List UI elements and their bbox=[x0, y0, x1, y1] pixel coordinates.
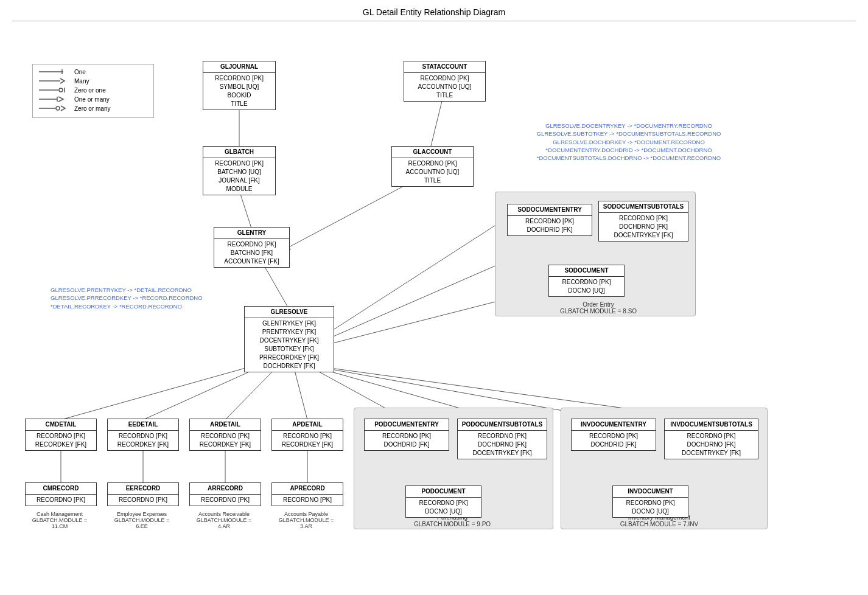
entity-ardetail: ARDETAIL RECORDNO [PK]RECORDKEY [FK] bbox=[189, 419, 261, 451]
svg-line-5 bbox=[264, 265, 288, 307]
legend-one-many: One or many bbox=[39, 96, 147, 103]
legend-box: One Many Zero or one One or many Zero or… bbox=[32, 64, 154, 118]
entity-podocument: PODOCUMENT RECORDNO [PK]DOCNO [UQ] bbox=[405, 485, 481, 518]
legend-zero-one: Zero or one bbox=[39, 86, 147, 94]
cm-label: Cash ManagementGLBATCH.MODULE =11.CM bbox=[20, 511, 99, 529]
diagram-area: One Many Zero or one One or many Zero or… bbox=[14, 27, 854, 587]
annotation-top-right: GLRESOLVE.DOCENTRYKEY -> *DOCUMENTRY.REC… bbox=[507, 122, 751, 162]
entity-invdocumentsubtotals: INVDOCUMENTSUBTOTALS RECORDNO [PK]DOCHDR… bbox=[664, 419, 758, 459]
entity-glentry: GLENTRY RECORDNO [PK]BATCHNO [FK]ACCOUNT… bbox=[214, 227, 290, 268]
entity-stataccount: STATACCOUNT RECORDNO [PK]ACCOUNTNO [UQ]T… bbox=[404, 61, 486, 102]
svg-point-38 bbox=[56, 106, 60, 110]
entity-podocumententry: PODOCUMENTENTRY RECORDNO [PK]DOCHDRID [F… bbox=[364, 419, 449, 451]
entity-glbatch: GLBATCH RECORDNO [PK]BATCHNO [UQ]JOURNAL… bbox=[203, 146, 276, 195]
ar-label: Accounts ReceivableGLBATCH.MODULE =4.AR bbox=[184, 511, 264, 529]
ee-label: Employee ExpensesGLBATCH.MODULE =6.EE bbox=[102, 511, 181, 529]
svg-point-33 bbox=[59, 88, 63, 92]
svg-line-6 bbox=[331, 218, 507, 332]
legend-one: One bbox=[39, 68, 147, 75]
svg-line-11 bbox=[61, 368, 245, 420]
entity-cmdetail: CMDETAIL RECORDNO [PK]RECORDKEY [FK] bbox=[25, 419, 97, 451]
entity-sodocumententry: SODOCUMENTENTRY RECORDNO [PK]DOCHDRID [F… bbox=[507, 204, 592, 236]
ap-label: Accounts PayableGLBATCH.MODULE =3.AR bbox=[267, 511, 346, 529]
svg-line-14 bbox=[294, 368, 307, 420]
annotation-left-mid: GLRESOLVE.PRENTRYKEY -> *DETAIL.RECORDNO… bbox=[51, 286, 221, 310]
entity-invdocumententry: INVDOCUMENTENTRY RECORDNO [PK]DOCHDRID [… bbox=[571, 419, 656, 451]
svg-line-4 bbox=[431, 96, 443, 146]
so-region-label: Order EntryGLBATCH.MODULE = 8.SO bbox=[513, 301, 684, 315]
entity-eedetail: EEDETAIL RECORDNO [PK]RECORDKEY [FK] bbox=[107, 419, 179, 451]
entity-sodocument: SODOCUMENT RECORDNO [PK]DOCNO [UQ] bbox=[548, 265, 625, 297]
entity-podocumentsubtotals: PODOCUMENTSUBTOTALS RECORDNO [PK]DOCHDRN… bbox=[457, 419, 547, 459]
legend-many: Many bbox=[39, 77, 147, 85]
svg-line-12 bbox=[143, 368, 257, 420]
entity-invdocument: INVDOCUMENT RECORDNO [PK]DOCNO [UQ] bbox=[612, 485, 688, 518]
entity-apdetail: APDETAIL RECORDNO [PK]RECORDKEY [FK] bbox=[271, 419, 343, 451]
svg-line-13 bbox=[225, 368, 276, 420]
legend-zero-many: Zero or many bbox=[39, 105, 147, 112]
entity-arrecord: ARRECORD RECORDNO [PK] bbox=[189, 482, 261, 506]
entity-gljournal: GLJOURNAL RECORDNO [PK]SYMBOL [UQ]BOOKID… bbox=[203, 61, 276, 110]
entity-glaccount: GLACCOUNT RECORDNO [PK]ACCOUNTNO [UQ]TIT… bbox=[391, 146, 474, 187]
entity-sodocumentsubtotals: SODOCUMENTSUBTOTALS RECORDNO [PK]DOCHDRN… bbox=[598, 201, 688, 242]
svg-line-2 bbox=[239, 190, 251, 228]
page-title: GL Detail Entity Relationship Diagram bbox=[0, 0, 868, 21]
entity-cmrecord: CMRECORD RECORDNO [PK] bbox=[25, 482, 97, 506]
entity-glresolve: GLRESOLVE GLENTRYKEY [FK]PRENTRYKEY [FK]… bbox=[244, 306, 334, 372]
entity-aprecord: APRECORD RECORDNO [PK] bbox=[271, 482, 343, 506]
svg-line-3 bbox=[288, 181, 413, 248]
entity-eerecord: EERECORD RECORDNO [PK] bbox=[107, 482, 179, 506]
